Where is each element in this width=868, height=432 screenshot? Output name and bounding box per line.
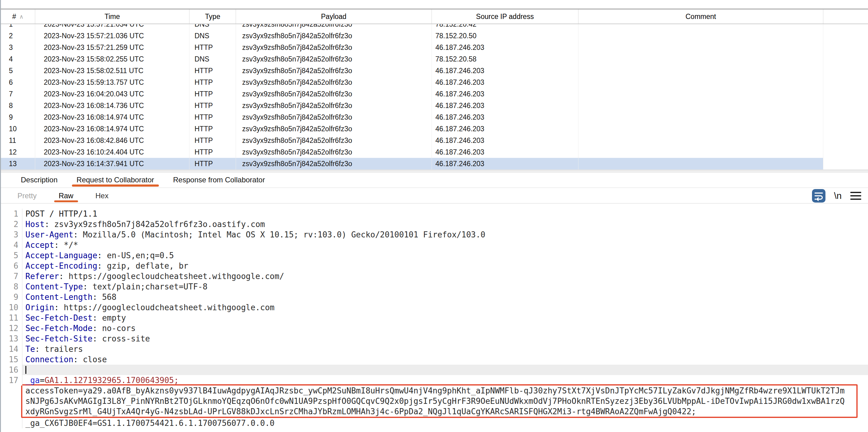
scrollbar-track[interactable]: [823, 65, 868, 76]
tab-request-to-collaborator[interactable]: Request to Collaborator: [71, 172, 159, 188]
wrap-text-icon[interactable]: [812, 189, 826, 203]
scrollbar-track[interactable]: [823, 88, 868, 100]
cell-time: 2023-Nov-23 15:57:21.259 UTC: [35, 42, 189, 53]
text-caret: [25, 366, 26, 374]
cell-ip: 46.187.246.203: [432, 158, 579, 169]
cell-ip: 46.187.246.203: [432, 146, 579, 158]
table-row[interactable]: 62023-Nov-23 15:59:13.757 UTCHTTPzsv3yx9…: [1, 76, 868, 88]
cell-ip: 46.187.246.203: [432, 65, 579, 76]
cell-payload: zsv3yx9zsfh8o5n7j842a52olfr6fz3o: [236, 53, 432, 65]
cell-time: 2023-Nov-23 15:58:02.511 UTC: [35, 65, 189, 76]
table-row[interactable]: 72023-Nov-23 16:04:20.043 UTCHTTPzsv3yx9…: [1, 88, 868, 100]
request-line: 12Sec-Fetch-Mode: no-cors: [1, 323, 868, 333]
message-tabs: Description Request to Collaborator Resp…: [1, 172, 868, 188]
cell-comment: [579, 146, 823, 158]
interactions-table-body: 12023-Nov-23 15:57:21.034 UTCDNSzsv3yx9z…: [1, 24, 868, 169]
raw-request-editor[interactable]: 1POST / HTTP/1.12Host: zsv3yx9zsfh8o5n7j…: [1, 204, 868, 432]
request-line: 3User-Agent: Mozilla/5.0 (Macintosh; Int…: [1, 229, 868, 240]
cell-num: 11: [1, 135, 35, 146]
cell-comment: [579, 24, 823, 30]
cell-num: 13: [1, 158, 35, 169]
cell-ip: 46.187.246.203: [432, 111, 579, 123]
column-header-payload[interactable]: Payload: [236, 9, 432, 24]
cell-payload: zsv3yx9zsfh8o5n7j842a52olfr6fz3o: [236, 24, 432, 30]
scrollbar-track[interactable]: [823, 42, 868, 53]
table-row[interactable]: 102023-Nov-23 16:08:14.974 UTCHTTPzsv3yx…: [1, 123, 868, 135]
line-number: 5: [1, 250, 22, 261]
table-row[interactable]: 122023-Nov-23 16:10:24.404 UTCHTTPzsv3yx…: [1, 146, 868, 158]
cell-num: 2: [1, 30, 35, 42]
table-row[interactable]: 52023-Nov-23 15:58:02.511 UTCHTTPzsv3yx9…: [1, 65, 868, 76]
column-header-time[interactable]: Time: [35, 9, 189, 24]
table-row[interactable]: 92023-Nov-23 16:08:14.974 UTCHTTPzsv3yx9…: [1, 111, 868, 123]
request-line: 1POST / HTTP/1.1: [1, 209, 868, 219]
cell-payload: zsv3yx9zsfh8o5n7j842a52olfr6fz3o: [236, 158, 432, 169]
tab-pretty[interactable]: Pretty: [13, 188, 41, 203]
scrollbar-track[interactable]: [823, 123, 868, 135]
column-header-number[interactable]: # ∧: [1, 9, 35, 24]
scrollbar-track[interactable]: [823, 100, 868, 111]
tab-description[interactable]: Description: [16, 172, 63, 188]
cell-num: 10: [1, 123, 35, 135]
column-header-comment[interactable]: Comment: [579, 9, 823, 24]
request-line: 6Accept-Encoding: gzip, deflate, br: [1, 261, 868, 271]
request-line: 4Accept: */*: [1, 240, 868, 250]
scrollbar-track[interactable]: [823, 30, 868, 42]
cell-num: 9: [1, 111, 35, 123]
cell-ip: 46.187.246.203: [432, 100, 579, 111]
table-row[interactable]: 12023-Nov-23 15:57:21.034 UTCDNSzsv3yx9z…: [1, 24, 868, 30]
line-number: 17: [1, 375, 22, 386]
cell-payload: zsv3yx9zsfh8o5n7j842a52olfr6fz3o: [236, 88, 432, 100]
cell-time: 2023-Nov-23 15:59:13.757 UTC: [35, 76, 189, 88]
request-tail-line: _ga_CX6TJB0EF4=GS1.1.1700754421.6.1.1700…: [1, 418, 868, 428]
table-row[interactable]: 42023-Nov-23 15:58:02.255 UTCDNSzsv3yx9z…: [1, 53, 868, 65]
line-number: [1, 418, 22, 428]
cell-type: HTTP: [189, 158, 236, 169]
cell-payload: zsv3yx9zsfh8o5n7j842a52olfr6fz3o: [236, 100, 432, 111]
scrollbar-track[interactable]: [823, 111, 868, 123]
request-line: 10Origin: https://googlecloudcheatsheet.…: [1, 302, 868, 313]
cell-time: 2023-Nov-23 16:04:20.043 UTC: [35, 88, 189, 100]
cell-time: 2023-Nov-23 16:08:42.846 UTC: [35, 135, 189, 146]
cell-ip: 78.152.20.58: [432, 53, 579, 65]
table-row[interactable]: 32023-Nov-23 15:57:21.259 UTCHTTPzsv3yx9…: [1, 42, 868, 53]
cell-comment: [579, 100, 823, 111]
cell-payload: zsv3yx9zsfh8o5n7j842a52olfr6fz3o: [236, 76, 432, 88]
cell-type: HTTP: [189, 65, 236, 76]
cell-ip: 46.187.246.203: [432, 123, 579, 135]
cell-num: 4: [1, 53, 35, 65]
tab-raw[interactable]: Raw: [54, 188, 78, 203]
table-row[interactable]: 22023-Nov-23 15:57:21.036 UTCDNSzsv3yx9z…: [1, 30, 868, 42]
request-line: 8Content-Type: text/plain;charset=UTF-8: [1, 281, 868, 292]
cell-time: 2023-Nov-23 16:08:14.736 UTC: [35, 100, 189, 111]
scrollbar-track[interactable]: [823, 53, 868, 65]
cell-payload: zsv3yx9zsfh8o5n7j842a52olfr6fz3o: [236, 30, 432, 42]
request-line: 16: [1, 365, 868, 375]
collaborator-screen: # ∧ Time Type Payload Source IP address …: [0, 0, 868, 432]
cell-payload: zsv3yx9zsfh8o5n7j842a52olfr6fz3o: [236, 135, 432, 146]
table-row[interactable]: 132023-Nov-23 16:14:37.941 UTCHTTPzsv3yx…: [1, 158, 868, 169]
hamburger-menu-icon[interactable]: [850, 192, 861, 200]
access-token-line: accessToken=ya29.a0AfB_byAkzns0yv937lB4I…: [22, 386, 856, 396]
cell-comment: [579, 30, 823, 42]
newline-toggle[interactable]: \n: [834, 191, 842, 201]
cell-comment: [579, 135, 823, 146]
column-header-type[interactable]: Type: [189, 9, 236, 24]
tab-response-from-collaborator[interactable]: Response from Collaborator: [168, 172, 270, 188]
table-row[interactable]: 82023-Nov-23 16:08:14.736 UTCHTTPzsv3yx9…: [1, 100, 868, 111]
scrollbar-track[interactable]: [823, 158, 868, 169]
active-subtab-underline: [54, 200, 78, 202]
tab-hex[interactable]: Hex: [91, 188, 113, 203]
scrollbar-track[interactable]: [823, 76, 868, 88]
request-line: 5Accept-Language: en-US,en;q=0.5: [1, 250, 868, 261]
cell-type: DNS: [189, 53, 236, 65]
scrollbar-track[interactable]: [823, 146, 868, 158]
scrollbar-track[interactable]: [823, 24, 868, 30]
table-row[interactable]: 112023-Nov-23 16:08:42.846 UTCHTTPzsv3yx…: [1, 135, 868, 146]
column-header-source-ip[interactable]: Source IP address: [432, 9, 579, 24]
line-number: 16: [1, 365, 22, 375]
cell-comment: [579, 53, 823, 65]
scrollbar-track[interactable]: [823, 135, 868, 146]
line-number: 13: [1, 333, 22, 344]
line-number: 14: [1, 344, 22, 354]
